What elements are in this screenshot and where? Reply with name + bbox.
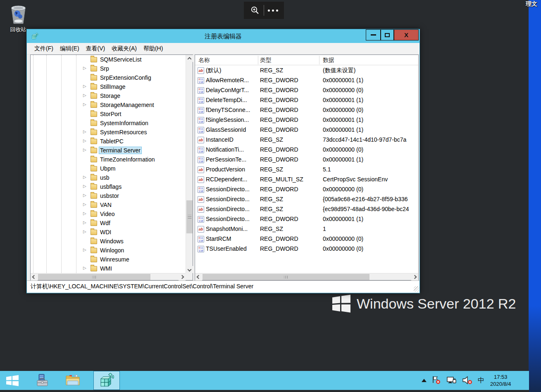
value-row[interactable]: 011110SessionDirecto...REG_DWORD0x000000… [195,214,418,224]
expand-icon[interactable]: ▷ [83,102,86,107]
value-row[interactable]: 011110fDenyTSConne...REG_DWORD0x00000000… [195,105,418,115]
server-manager-taskbar-button[interactable] [31,371,54,390]
values-horizontal-scrollbar[interactable] [195,273,418,280]
expand-icon[interactable]: ▷ [83,220,86,225]
folder-icon [91,75,97,81]
expand-icon[interactable]: ▷ [83,247,86,252]
expand-icon[interactable]: ▷ [83,193,86,197]
value-row[interactable]: 011110SessionDirecto...REG_DWORD0x000000… [195,185,418,195]
tree-item-stillimage[interactable]: ▷StillImage [31,83,186,92]
tree-item-wdi[interactable]: ▷WDI [31,228,186,237]
value-row[interactable]: abSnapshotMoni...REG_SZ1 [195,224,418,234]
resize-grip[interactable] [414,286,419,292]
tree-vertical-scrollbar[interactable] [186,55,193,273]
tree-item-usbflags[interactable]: ▷usbflags [31,183,186,192]
expand-icon[interactable]: ▷ [83,202,86,207]
zoom-in-icon[interactable] [250,5,260,15]
expand-icon[interactable]: ▷ [83,211,86,216]
scroll-left-button[interactable] [31,273,38,280]
tree-item-tabletpc[interactable]: ▷TabletPC [31,137,186,146]
tree-item-video[interactable]: ▷Video [31,210,186,219]
value-row[interactable]: abSessionDirecto...REG_SZ{ec98d957-48ad-… [195,204,418,214]
column-header-1[interactable]: 类型 [260,55,272,65]
maximize-button[interactable] [381,29,394,40]
minimize-button[interactable] [366,29,381,40]
tree-item-winlogon[interactable]: ▷Winlogon [31,246,186,255]
tree-item-usbstor[interactable]: ▷usbstor [31,192,186,201]
file-explorer-taskbar-button[interactable] [61,371,84,390]
menu-item-4[interactable]: 帮助(H) [140,43,166,54]
tree-item-winresume[interactable]: Winresume [31,255,186,264]
scroll-right-button[interactable] [179,273,186,280]
expand-icon[interactable]: ▷ [83,93,86,97]
tree-item-storagemanagement[interactable]: ▷StorageManagement [31,101,186,110]
menu-item-1[interactable]: 编辑(E) [57,43,83,54]
scrollbar-thumb[interactable] [186,200,193,233]
scroll-down-button[interactable] [186,266,193,273]
menu-item-0[interactable]: 文件(F) [31,43,57,54]
scroll-up-button[interactable] [186,55,193,62]
column-separator[interactable] [319,56,319,64]
value-row[interactable]: ab(默认)REG_SZ(数值未设置) [195,66,418,76]
taskbar-clock[interactable]: 17:53 2020/8/4 [490,373,511,387]
title-bar[interactable]: 注册表编辑器 X [27,29,419,43]
tree-item-wdf[interactable]: ▷Wdf [31,219,186,228]
expand-icon[interactable]: ▷ [83,266,86,270]
tree-item-systemresources[interactable]: ▷SystemResources [31,128,186,137]
value-row[interactable]: 011110DeleteTempDi...REG_DWORD0x00000001… [195,95,418,105]
tree-item-storport[interactable]: StorPort [31,110,186,119]
menu-item-3[interactable]: 收藏夹(A) [108,43,140,54]
tree-item-srp[interactable]: ▷Srp [31,64,186,74]
value-row[interactable]: 011110GlassSessionIdREG_DWORD0x00000001 … [195,125,418,135]
action-center-flag-icon[interactable] [431,375,441,385]
more-options-icon[interactable] [268,10,278,12]
tree-item-ubpm[interactable]: Ubpm [31,164,186,173]
registry-editor-taskbar-button[interactable] [93,371,120,390]
column-separator[interactable] [258,56,258,64]
value-row[interactable]: abRCDependent...REG_MULTI_SZCertPropSvc … [195,175,418,185]
value-row[interactable]: 011110TSUserEnabledREG_DWORD0x00000000 (… [195,244,418,254]
menu-item-2[interactable]: 查看(V) [83,43,109,54]
tree-item-terminal-server[interactable]: ▷Terminal Server [31,146,186,155]
ime-indicator[interactable]: 中 [478,376,484,385]
scrollbar-thumb[interactable] [38,274,150,280]
tree-item-storage[interactable]: ▷Storage [31,92,186,101]
expand-icon[interactable]: ▷ [83,138,86,143]
value-row[interactable]: 011110fSingleSession...REG_DWORD0x000000… [195,115,418,125]
expand-icon[interactable]: ▷ [83,184,86,188]
expand-icon[interactable]: ▷ [83,129,86,134]
tree-item-usb[interactable]: ▷usb [31,173,186,183]
tree-item-srpextensionconfig[interactable]: SrpExtensionConfig [31,74,186,83]
tree-item-wmi[interactable]: ▷WMI [31,264,186,273]
expand-icon[interactable]: ▷ [83,229,86,234]
expand-icon[interactable]: ▷ [83,66,86,70]
scroll-left-button[interactable] [195,273,202,280]
tree-item-systeminformation[interactable]: SystemInformation [31,119,186,128]
value-row[interactable]: 011110NotificationTi...REG_DWORD0x000000… [195,145,418,155]
value-row[interactable]: 011110PerSessionTe...REG_DWORD0x00000001… [195,155,418,165]
value-row[interactable]: abProductVersionREG_SZ5.1 [195,165,418,175]
value-row[interactable]: 011110DelayConMgrT...REG_DWORD0x00000000… [195,86,418,95]
column-header-0[interactable]: 名称 [198,55,210,65]
scroll-right-button[interactable] [411,273,418,280]
tree-item-windows[interactable]: Windows [31,237,186,246]
start-button[interactable] [0,371,25,390]
expand-icon[interactable]: ▷ [83,175,86,179]
dword-value-icon: 011110 [198,97,204,104]
tray-expand-icon[interactable] [422,379,427,382]
value-row[interactable]: 011110AllowRemoteR...REG_DWORD0x00000001… [195,76,418,86]
value-row[interactable]: 011110StartRCMREG_DWORD0x00000000 (0) [195,234,418,244]
value-row[interactable]: abInstanceIDREG_SZ73dccd47-14c1-4d10-97d… [195,135,418,145]
volume-muted-icon[interactable] [462,375,473,385]
tree-item-timezoneinformation[interactable]: TimeZoneInformation [31,155,186,164]
tree-item-van[interactable]: ▷VAN [31,201,186,210]
expand-icon[interactable]: ▷ [83,147,86,152]
tree-horizontal-scrollbar[interactable] [31,273,186,280]
close-button[interactable]: X [394,29,419,40]
network-icon[interactable] [446,375,457,385]
expand-icon[interactable]: ▷ [83,84,86,88]
tree-item-sqmservicelist[interactable]: SQMServiceList [31,55,186,64]
scrollbar-thumb[interactable] [203,274,369,280]
column-header-2[interactable]: 数据 [323,55,334,65]
value-row[interactable]: abSessionDirecto...REG_SZ{005a9c68-e216-… [195,195,418,204]
